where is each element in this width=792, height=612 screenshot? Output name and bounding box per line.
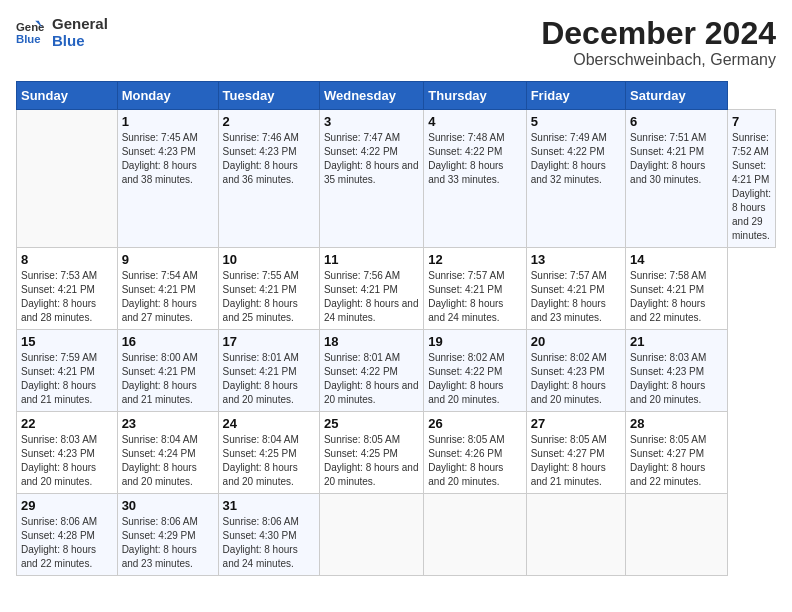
day-info: Sunrise: 7:54 AMSunset: 4:21 PMDaylight:…	[122, 269, 214, 325]
calendar-cell: 2Sunrise: 7:46 AMSunset: 4:23 PMDaylight…	[218, 110, 319, 248]
calendar-cell: 19Sunrise: 8:02 AMSunset: 4:22 PMDayligh…	[424, 330, 526, 412]
calendar-cell	[424, 494, 526, 576]
calendar-cell: 29Sunrise: 8:06 AMSunset: 4:28 PMDayligh…	[17, 494, 118, 576]
day-info: Sunrise: 7:56 AMSunset: 4:21 PMDaylight:…	[324, 269, 419, 325]
day-info: Sunrise: 8:06 AMSunset: 4:28 PMDaylight:…	[21, 515, 113, 571]
day-number: 14	[630, 252, 723, 267]
day-info: Sunrise: 7:45 AMSunset: 4:23 PMDaylight:…	[122, 131, 214, 187]
calendar-cell: 22Sunrise: 8:03 AMSunset: 4:23 PMDayligh…	[17, 412, 118, 494]
day-number: 18	[324, 334, 419, 349]
day-number: 8	[21, 252, 113, 267]
logo-line2: Blue	[52, 33, 108, 50]
day-number: 26	[428, 416, 521, 431]
day-info: Sunrise: 8:03 AMSunset: 4:23 PMDaylight:…	[630, 351, 723, 407]
calendar-subtitle: Oberschweinbach, Germany	[541, 51, 776, 69]
day-number: 16	[122, 334, 214, 349]
header: General Blue General Blue December 2024 …	[16, 16, 776, 69]
weekday-header-wednesday: Wednesday	[319, 82, 423, 110]
logo-icon: General Blue	[16, 19, 44, 47]
calendar-cell: 30Sunrise: 8:06 AMSunset: 4:29 PMDayligh…	[117, 494, 218, 576]
day-number: 23	[122, 416, 214, 431]
day-number: 9	[122, 252, 214, 267]
day-number: 30	[122, 498, 214, 513]
calendar-week-4: 22Sunrise: 8:03 AMSunset: 4:23 PMDayligh…	[17, 412, 776, 494]
day-info: Sunrise: 8:04 AMSunset: 4:25 PMDaylight:…	[223, 433, 315, 489]
calendar-cell	[17, 110, 118, 248]
calendar-cell: 14Sunrise: 7:58 AMSunset: 4:21 PMDayligh…	[626, 248, 728, 330]
day-info: Sunrise: 7:46 AMSunset: 4:23 PMDaylight:…	[223, 131, 315, 187]
weekday-header-saturday: Saturday	[626, 82, 728, 110]
day-info: Sunrise: 8:02 AMSunset: 4:22 PMDaylight:…	[428, 351, 521, 407]
day-info: Sunrise: 8:01 AMSunset: 4:22 PMDaylight:…	[324, 351, 419, 407]
calendar-cell: 7Sunrise: 7:52 AMSunset: 4:21 PMDaylight…	[728, 110, 776, 248]
calendar-cell: 31Sunrise: 8:06 AMSunset: 4:30 PMDayligh…	[218, 494, 319, 576]
day-info: Sunrise: 7:57 AMSunset: 4:21 PMDaylight:…	[531, 269, 621, 325]
weekday-header-sunday: Sunday	[17, 82, 118, 110]
calendar-cell	[626, 494, 728, 576]
day-number: 31	[223, 498, 315, 513]
day-info: Sunrise: 8:05 AMSunset: 4:27 PMDaylight:…	[630, 433, 723, 489]
calendar-cell: 13Sunrise: 7:57 AMSunset: 4:21 PMDayligh…	[526, 248, 625, 330]
weekday-header-friday: Friday	[526, 82, 625, 110]
day-number: 24	[223, 416, 315, 431]
logo-line1: General	[52, 16, 108, 33]
calendar-week-1: 1Sunrise: 7:45 AMSunset: 4:23 PMDaylight…	[17, 110, 776, 248]
calendar-cell: 15Sunrise: 7:59 AMSunset: 4:21 PMDayligh…	[17, 330, 118, 412]
calendar-cell	[319, 494, 423, 576]
day-info: Sunrise: 7:48 AMSunset: 4:22 PMDaylight:…	[428, 131, 521, 187]
calendar-cell: 8Sunrise: 7:53 AMSunset: 4:21 PMDaylight…	[17, 248, 118, 330]
calendar-cell: 4Sunrise: 7:48 AMSunset: 4:22 PMDaylight…	[424, 110, 526, 248]
svg-text:Blue: Blue	[16, 32, 41, 44]
day-number: 7	[732, 114, 771, 129]
day-number: 2	[223, 114, 315, 129]
day-info: Sunrise: 8:02 AMSunset: 4:23 PMDaylight:…	[531, 351, 621, 407]
calendar-cell: 23Sunrise: 8:04 AMSunset: 4:24 PMDayligh…	[117, 412, 218, 494]
calendar-table: SundayMondayTuesdayWednesdayThursdayFrid…	[16, 81, 776, 576]
day-info: Sunrise: 7:52 AMSunset: 4:21 PMDaylight:…	[732, 131, 771, 243]
day-info: Sunrise: 7:59 AMSunset: 4:21 PMDaylight:…	[21, 351, 113, 407]
day-number: 11	[324, 252, 419, 267]
calendar-week-2: 8Sunrise: 7:53 AMSunset: 4:21 PMDaylight…	[17, 248, 776, 330]
calendar-cell: 27Sunrise: 8:05 AMSunset: 4:27 PMDayligh…	[526, 412, 625, 494]
day-info: Sunrise: 7:55 AMSunset: 4:21 PMDaylight:…	[223, 269, 315, 325]
day-info: Sunrise: 7:51 AMSunset: 4:21 PMDaylight:…	[630, 131, 723, 187]
day-info: Sunrise: 8:05 AMSunset: 4:25 PMDaylight:…	[324, 433, 419, 489]
calendar-cell: 21Sunrise: 8:03 AMSunset: 4:23 PMDayligh…	[626, 330, 728, 412]
day-info: Sunrise: 8:06 AMSunset: 4:29 PMDaylight:…	[122, 515, 214, 571]
calendar-cell: 9Sunrise: 7:54 AMSunset: 4:21 PMDaylight…	[117, 248, 218, 330]
logo: General Blue General Blue	[16, 16, 108, 49]
weekday-header-tuesday: Tuesday	[218, 82, 319, 110]
day-number: 19	[428, 334, 521, 349]
weekday-header-monday: Monday	[117, 82, 218, 110]
day-number: 29	[21, 498, 113, 513]
day-info: Sunrise: 7:57 AMSunset: 4:21 PMDaylight:…	[428, 269, 521, 325]
calendar-cell: 16Sunrise: 8:00 AMSunset: 4:21 PMDayligh…	[117, 330, 218, 412]
day-info: Sunrise: 8:05 AMSunset: 4:27 PMDaylight:…	[531, 433, 621, 489]
calendar-cell: 24Sunrise: 8:04 AMSunset: 4:25 PMDayligh…	[218, 412, 319, 494]
day-info: Sunrise: 7:58 AMSunset: 4:21 PMDaylight:…	[630, 269, 723, 325]
calendar-week-3: 15Sunrise: 7:59 AMSunset: 4:21 PMDayligh…	[17, 330, 776, 412]
title-area: December 2024 Oberschweinbach, Germany	[541, 16, 776, 69]
calendar-cell: 28Sunrise: 8:05 AMSunset: 4:27 PMDayligh…	[626, 412, 728, 494]
day-info: Sunrise: 8:00 AMSunset: 4:21 PMDaylight:…	[122, 351, 214, 407]
calendar-title: December 2024	[541, 16, 776, 51]
calendar-cell	[526, 494, 625, 576]
calendar-cell: 10Sunrise: 7:55 AMSunset: 4:21 PMDayligh…	[218, 248, 319, 330]
day-number: 3	[324, 114, 419, 129]
day-number: 13	[531, 252, 621, 267]
day-number: 15	[21, 334, 113, 349]
day-info: Sunrise: 8:01 AMSunset: 4:21 PMDaylight:…	[223, 351, 315, 407]
calendar-cell: 17Sunrise: 8:01 AMSunset: 4:21 PMDayligh…	[218, 330, 319, 412]
calendar-week-5: 29Sunrise: 8:06 AMSunset: 4:28 PMDayligh…	[17, 494, 776, 576]
day-info: Sunrise: 8:05 AMSunset: 4:26 PMDaylight:…	[428, 433, 521, 489]
day-info: Sunrise: 8:03 AMSunset: 4:23 PMDaylight:…	[21, 433, 113, 489]
day-info: Sunrise: 8:06 AMSunset: 4:30 PMDaylight:…	[223, 515, 315, 571]
day-info: Sunrise: 7:49 AMSunset: 4:22 PMDaylight:…	[531, 131, 621, 187]
day-number: 1	[122, 114, 214, 129]
day-number: 4	[428, 114, 521, 129]
day-info: Sunrise: 8:04 AMSunset: 4:24 PMDaylight:…	[122, 433, 214, 489]
day-info: Sunrise: 7:53 AMSunset: 4:21 PMDaylight:…	[21, 269, 113, 325]
weekday-header-thursday: Thursday	[424, 82, 526, 110]
day-number: 17	[223, 334, 315, 349]
day-info: Sunrise: 7:47 AMSunset: 4:22 PMDaylight:…	[324, 131, 419, 187]
